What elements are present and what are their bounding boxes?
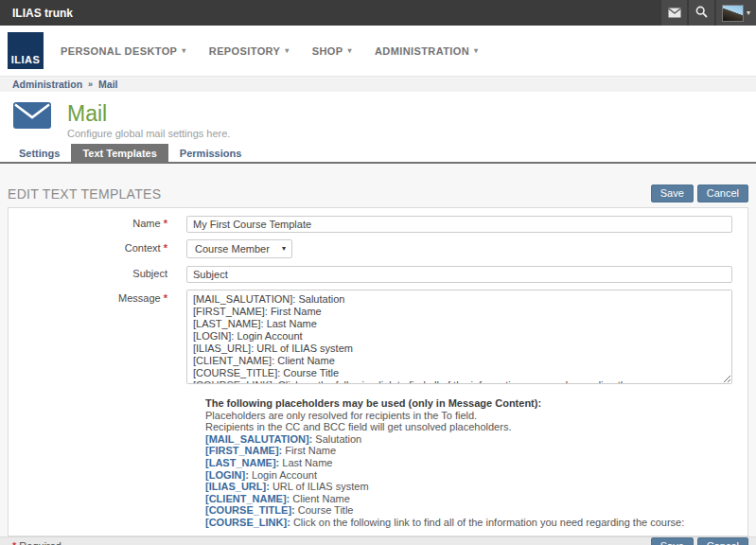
help-note-1: Placeholders are only resolved for recip… xyxy=(205,410,732,422)
tab-text-templates[interactable]: Text Templates xyxy=(71,144,167,162)
subject-input[interactable] xyxy=(186,266,732,283)
message-label: Message * xyxy=(9,290,186,388)
search-icon xyxy=(695,5,708,22)
placeholder-help: The following placeholders may be used (… xyxy=(205,397,732,529)
main-menu-item-label: SHOP xyxy=(312,45,343,57)
cancel-button[interactable]: Cancel xyxy=(697,185,748,202)
placeholder-desc: Course Title xyxy=(295,504,354,516)
placeholder-key: [FIRST_NAME]: xyxy=(205,445,282,456)
placeholder-line: [MAIL_SALUTATION]: Salutation xyxy=(205,433,732,446)
placeholder-key: [COURSE_LINK]: xyxy=(205,517,290,528)
section-title: EDIT TEXT TEMPLATES xyxy=(8,186,161,202)
user-avatar xyxy=(722,5,744,22)
app-title: ILIAS trunk xyxy=(12,7,73,20)
name-label: Name * xyxy=(9,215,186,233)
main-navbar: ILIAS PERSONAL DESKTOP ▾ REPOSITORY ▾ SH… xyxy=(0,26,756,76)
placeholder-line: [FIRST_NAME]: First Name xyxy=(205,445,732,457)
form-row-message: Message * [MAIL_SALUTATION]: Salutation … xyxy=(9,290,747,388)
search-button[interactable] xyxy=(689,0,714,26)
breadcrumb-separator: » xyxy=(88,79,93,89)
footer-actions: Save Cancel xyxy=(651,537,748,545)
placeholder-line: [LOGIN]: Login Account xyxy=(205,469,732,482)
required-note: * Required xyxy=(12,540,62,545)
placeholder-key: [MAIL_SALUTATION]: xyxy=(205,433,312,445)
required-asterisk: * xyxy=(164,242,167,254)
subject-label: Subject xyxy=(9,265,186,283)
breadcrumb-link-mail[interactable]: Mail xyxy=(98,79,117,90)
help-intro: The following placeholders may be used (… xyxy=(205,397,732,410)
placeholder-desc: Click on the following link to find all … xyxy=(290,517,684,528)
save-button[interactable]: Save xyxy=(651,537,694,545)
placeholder-list: [MAIL_SALUTATION]: Salutation [FIRST_NAM… xyxy=(205,433,732,529)
placeholder-key: [ILIAS_URL]: xyxy=(205,481,270,492)
ilias-logo[interactable]: ILIAS xyxy=(8,32,44,69)
main-menu-item[interactable]: SHOP ▾ xyxy=(301,40,363,62)
context-select[interactable]: Course Member xyxy=(186,239,292,258)
main-menu-item[interactable]: ADMINISTRATION ▾ xyxy=(363,40,490,62)
placeholder-key: [LAST_NAME]: xyxy=(205,457,279,468)
main-menu-item[interactable]: REPOSITORY ▾ xyxy=(198,40,301,62)
chevron-down-icon: ▾ xyxy=(474,46,478,55)
save-button[interactable]: Save xyxy=(651,185,694,202)
placeholder-line: [CLIENT_NAME]: Client Name xyxy=(205,493,732,505)
edit-template-form: Name * Context * Course Member ▾ xyxy=(8,207,748,536)
main-menu-item[interactable]: PERSONAL DESKTOP ▾ xyxy=(49,40,198,62)
placeholder-line: [LAST_NAME]: Last Name xyxy=(205,457,732,469)
placeholder-desc: Salutation xyxy=(312,433,361,445)
topbar-actions: ▾ xyxy=(659,0,756,26)
name-input[interactable] xyxy=(186,216,732,233)
section-actions: Save Cancel xyxy=(651,185,748,202)
chevron-down-icon: ▾ xyxy=(747,9,750,17)
chevron-down-icon: ▾ xyxy=(182,46,185,55)
placeholder-key: [LOGIN]: xyxy=(205,469,249,481)
tab-permissions[interactable]: Permissions xyxy=(168,144,253,162)
placeholder-desc: Last Name xyxy=(279,457,332,468)
mail-icon xyxy=(668,5,681,22)
placeholder-line: [ILIAS_URL]: URL of ILIAS system xyxy=(205,481,732,493)
form-row-context: Context * Course Member ▾ xyxy=(9,239,747,258)
placeholder-line: [COURSE_TITLE]: Course Title xyxy=(205,504,732,517)
breadcrumb: Administration » Mail xyxy=(0,76,756,92)
breadcrumb-link-administration[interactable]: Administration xyxy=(12,79,82,90)
main-menu-item-label: ADMINISTRATION xyxy=(375,45,469,57)
user-menu-button[interactable]: ▾ xyxy=(716,0,756,26)
placeholder-desc: First Name xyxy=(282,445,336,456)
main-menu: PERSONAL DESKTOP ▾ REPOSITORY ▾ SHOP ▾ A… xyxy=(49,40,489,62)
content-area: EDIT TEXT TEMPLATES Save Cancel Name * C… xyxy=(0,164,756,545)
placeholder-desc: URL of ILIAS system xyxy=(270,481,369,492)
main-menu-item-label: PERSONAL DESKTOP xyxy=(61,45,177,57)
tab-bar: Settings Text Templates Permissions xyxy=(0,144,756,164)
context-label: Context * xyxy=(9,239,186,258)
cancel-button[interactable]: Cancel xyxy=(697,537,748,545)
required-asterisk: * xyxy=(164,218,167,229)
chevron-down-icon: ▾ xyxy=(348,46,352,55)
placeholder-line: [COURSE_LINK]: Click on the following li… xyxy=(205,517,732,529)
main-menu-item-label: REPOSITORY xyxy=(209,45,281,57)
chevron-down-icon: ▾ xyxy=(285,46,289,55)
placeholder-desc: Client Name xyxy=(290,493,350,504)
page-title: Mail xyxy=(67,102,230,125)
placeholder-desc: Login Account xyxy=(249,469,317,481)
mail-envelope-icon xyxy=(13,102,51,129)
section-header: EDIT TEXT TEMPLATES Save Cancel xyxy=(0,164,756,207)
page-header-text: Mail Configure global mail settings here… xyxy=(67,102,230,144)
help-note-2: Recipients in the CC and BCC field will … xyxy=(205,421,732,433)
form-row-subject: Subject xyxy=(9,265,747,283)
message-textarea[interactable]: [MAIL_SALUTATION]: Salutation [FIRST_NAM… xyxy=(186,290,732,384)
top-bar: ILIAS trunk ▾ xyxy=(0,0,756,26)
placeholder-key: [COURSE_TITLE]: xyxy=(205,504,295,516)
mail-button[interactable] xyxy=(661,0,687,26)
page-subtitle: Configure global mail settings here. xyxy=(67,128,230,139)
placeholder-key: [CLIENT_NAME]: xyxy=(205,493,290,504)
footer-bar: * Required Save Cancel xyxy=(0,536,756,545)
tab-settings[interactable]: Settings xyxy=(8,144,71,162)
page-header: Mail Configure global mail settings here… xyxy=(0,92,756,144)
required-asterisk: * xyxy=(164,292,167,304)
form-row-name: Name * xyxy=(9,215,747,233)
